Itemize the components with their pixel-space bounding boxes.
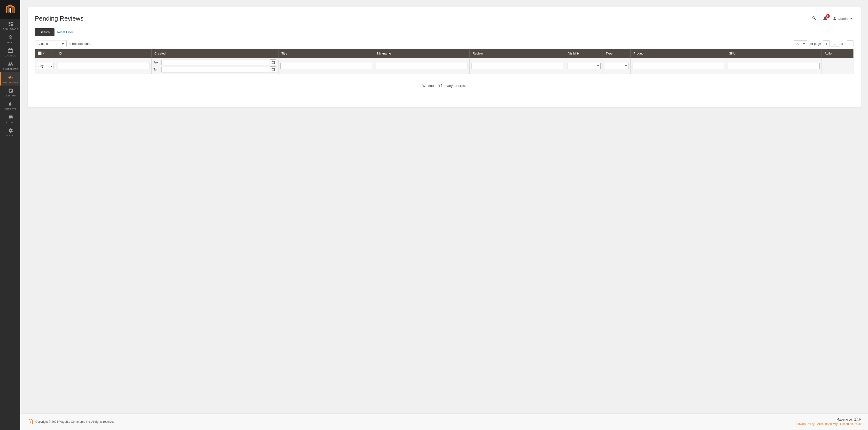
footer-version: Magento ver. 2.4.0 <box>796 418 861 421</box>
actions-select[interactable]: Actions <box>35 40 59 47</box>
filter-checkbox-cell: Any ▾ <box>35 58 56 74</box>
pagination: of 1 <box>823 40 854 47</box>
filter-date-from-input[interactable] <box>161 60 269 65</box>
admin-menu-button[interactable]: admin <box>833 17 854 21</box>
filter-id-input[interactable] <box>58 63 149 69</box>
filter-product-input[interactable] <box>632 63 724 69</box>
th-review: Review <box>470 49 565 58</box>
main-wrapper: Pending Reviews 1 <box>20 0 868 430</box>
filter-date-to-input[interactable] <box>161 67 269 72</box>
calendar-from-button[interactable] <box>270 59 276 65</box>
per-page-select[interactable]: 20 30 50 100 200 <box>794 40 807 47</box>
sort-created-button[interactable]: Created ↑ <box>155 52 168 55</box>
checkbox-dropdown-icon <box>42 53 45 54</box>
account-activity-link[interactable]: Account Activity <box>817 422 837 426</box>
reset-filter-button[interactable]: Reset Filter <box>57 29 73 35</box>
th-id: ID <box>56 49 152 58</box>
marketing-icon <box>8 74 13 80</box>
sidebar-item-sales[interactable]: SALES <box>0 32 20 45</box>
footer: Copyright © 2024 Magento Commerce Inc. A… <box>20 413 868 430</box>
data-table: ID Created ↑ Title Nickname <box>35 49 854 97</box>
prev-page-button[interactable] <box>823 40 830 47</box>
catalog-icon <box>8 48 13 53</box>
table-header-row: ID Created ↑ Title Nickname <box>35 49 854 58</box>
footer-right: Magento ver. 2.4.0 Privacy Policy | Acco… <box>796 418 861 426</box>
notifications-button[interactable]: 1 <box>822 14 829 23</box>
sidebar-item-catalog[interactable]: CATALOG <box>0 45 20 59</box>
customers-icon <box>8 61 13 67</box>
th-visibility: Visibility <box>565 49 603 58</box>
filter-type-select[interactable] <box>605 63 628 69</box>
sidebar-item-system[interactable]: SYSTEM <box>0 125 20 139</box>
filter-review-input[interactable] <box>471 63 563 69</box>
chevron-down-icon <box>849 17 854 21</box>
th-sku: SKU <box>726 49 822 58</box>
select-all-checkbox[interactable] <box>38 51 42 55</box>
sidebar-logo <box>0 0 20 19</box>
th-title: Title <box>278 49 374 58</box>
sort-arrow-icon: ↑ <box>166 52 168 55</box>
footer-logo-icon <box>28 419 33 425</box>
sidebar-item-customers[interactable]: CUSTOMERS <box>0 59 20 72</box>
report-issue-link[interactable]: Report an Issue <box>840 422 861 426</box>
no-records-row: We couldn't find any records. <box>35 74 854 98</box>
from-label: From <box>154 61 160 64</box>
sidebar-item-marketing[interactable]: MARKETING <box>0 72 20 86</box>
current-page-input[interactable] <box>831 41 839 47</box>
actions-select-wrap: Actions <box>35 40 67 47</box>
search-button[interactable]: Search <box>35 28 55 36</box>
next-arrow-icon <box>848 42 852 45</box>
per-page-wrap: 20 30 50 100 200 per page <box>794 40 821 47</box>
admin-label: admin <box>838 17 848 21</box>
filter-title-input[interactable] <box>280 63 372 69</box>
toolbar-right: 20 30 50 100 200 per page <box>794 40 854 47</box>
filter-visibility-select[interactable] <box>567 63 600 69</box>
dropdown-arrow-icon <box>62 43 64 44</box>
magento-logo-icon <box>5 4 16 15</box>
next-page-button[interactable] <box>847 40 854 47</box>
sidebar-item-dashboard[interactable]: DASHBOARD <box>0 19 20 32</box>
admin-avatar-icon <box>833 17 837 21</box>
toolbar: Actions 0 records found 20 <box>35 40 854 47</box>
th-checkbox <box>35 49 56 58</box>
sidebar-item-stores[interactable]: STORES <box>0 112 20 125</box>
total-pages: 1 <box>844 42 846 45</box>
th-action: Action <box>822 49 854 58</box>
dashboard-icon <box>8 21 13 27</box>
global-search-button[interactable] <box>811 15 817 22</box>
th-product: Product <box>630 49 726 58</box>
filter-sku-input[interactable] <box>728 63 819 69</box>
page-card: Pending Reviews 1 <box>28 7 861 107</box>
sidebar-item-content[interactable]: CONTENT <box>0 86 20 99</box>
filter-product-cell <box>630 58 726 74</box>
filter-row: Search Reset Filter <box>35 28 854 36</box>
filter-title-cell <box>278 58 374 74</box>
filter-nickname-input[interactable] <box>376 63 468 69</box>
th-created: Created ↑ <box>151 49 278 58</box>
th-nickname: Nickname <box>374 49 470 58</box>
footer-left: Copyright © 2024 Magento Commerce Inc. A… <box>28 419 115 425</box>
page-header: Pending Reviews 1 <box>35 14 854 23</box>
actions-dropdown-button[interactable] <box>59 40 67 47</box>
records-count: 0 records found <box>69 42 91 45</box>
page-of-label: of <box>840 42 843 45</box>
filter-type-cell <box>602 58 630 74</box>
filter-id-cell <box>56 58 152 74</box>
privacy-policy-link[interactable]: Privacy Policy <box>796 422 814 426</box>
any-select[interactable]: Any <box>37 63 50 69</box>
prev-arrow-icon <box>825 42 828 45</box>
filter-nickname-cell <box>374 58 470 74</box>
content-icon <box>8 88 13 93</box>
sales-icon <box>8 35 13 40</box>
stores-icon <box>8 115 13 120</box>
calendar-to-button[interactable] <box>270 66 276 72</box>
any-dropdown-button[interactable]: ▾ <box>50 63 54 69</box>
reports-icon <box>8 101 13 106</box>
filter-visibility-cell <box>565 58 603 74</box>
main-content: Pending Reviews 1 <box>20 0 868 413</box>
sidebar: DASHBOARD SALES CATALOG CUSTOMERS <box>0 0 20 430</box>
search-icon <box>812 16 817 21</box>
footer-links: Privacy Policy | Account Activity | Repo… <box>796 422 861 426</box>
sidebar-item-reports[interactable]: REPORTS <box>0 99 20 112</box>
table-filter-row: Any ▾ From <box>35 58 854 74</box>
